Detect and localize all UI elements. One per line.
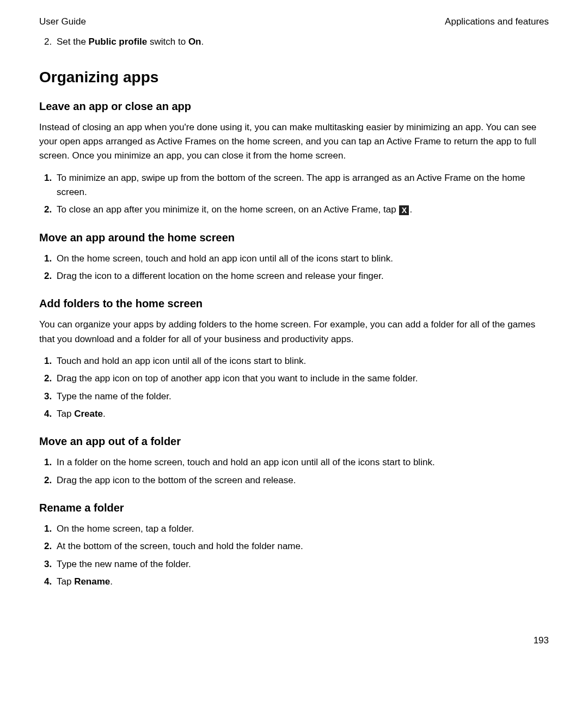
leave-app-step-2: To close an app after you minimize it, o…: [54, 203, 549, 217]
page: User Guide Applications and features Set…: [0, 0, 588, 706]
heading-move-out-folder: Move an app out of a folder: [39, 435, 549, 448]
intro-step-2: Set the Public profile switch to On.: [54, 35, 549, 49]
rename-step-4: Tap Rename.: [54, 575, 549, 589]
close-icon: X: [399, 205, 409, 215]
intro-text-pre: Set the: [57, 36, 89, 47]
move-out-step-2: Drag the app icon to the bottom of the s…: [54, 473, 549, 488]
leave-app-step-2-post: .: [409, 204, 412, 215]
steps-leave-app: To minimize an app, swipe up from the bo…: [39, 171, 549, 217]
rename-step-1: On the home screen, tap a folder.: [54, 522, 549, 536]
heading-organizing-apps: Organizing apps: [39, 69, 549, 86]
heading-leave-app: Leave an app or close an app: [39, 100, 549, 113]
page-header: User Guide Applications and features: [39, 16, 549, 27]
leave-app-step-1: To minimize an app, swipe up from the bo…: [54, 171, 549, 200]
add-folders-step-4-pre: Tap: [57, 409, 74, 419]
intro-bold-2: On: [188, 36, 201, 47]
add-folders-step-4: Tap Create.: [54, 407, 549, 421]
heading-add-folders: Add folders to the home screen: [39, 297, 549, 310]
add-folders-step-1: Touch and hold an app icon until all of …: [54, 354, 549, 368]
steps-move-app: On the home screen, touch and hold an ap…: [39, 252, 549, 284]
steps-add-folders: Touch and hold an app icon until all of …: [39, 354, 549, 421]
move-out-step-1: In a folder on the home screen, touch an…: [54, 455, 549, 470]
header-right: Applications and features: [445, 16, 549, 27]
para-add-folders: You can organize your apps by adding fol…: [39, 318, 549, 346]
add-folders-step-4-post: .: [103, 409, 106, 419]
leave-app-step-2-pre: To close an app after you minimize it, o…: [57, 204, 399, 215]
add-folders-step-4-bold: Create: [74, 409, 103, 419]
rename-step-4-pre: Tap: [57, 576, 74, 587]
add-folders-step-3: Type the name of the folder.: [54, 389, 549, 404]
header-left: User Guide: [39, 16, 86, 27]
intro-bold-1: Public profile: [89, 36, 148, 47]
rename-step-2: At the bottom of the screen, touch and h…: [54, 539, 549, 553]
move-app-step-1: On the home screen, touch and hold an ap…: [54, 252, 549, 266]
intro-text-post: .: [201, 36, 204, 47]
steps-rename-folder: On the home screen, tap a folder. At the…: [39, 522, 549, 589]
move-app-step-2: Drag the icon to a different location on…: [54, 269, 549, 283]
heading-rename-folder: Rename a folder: [39, 502, 549, 514]
rename-step-3: Type the new name of the folder.: [54, 557, 549, 571]
add-folders-step-2: Drag the app icon on top of another app …: [54, 372, 549, 386]
rename-step-4-bold: Rename: [74, 576, 110, 587]
intro-text-mid: switch to: [147, 36, 188, 47]
steps-move-out-folder: In a folder on the home screen, touch an…: [39, 455, 549, 488]
para-leave-app: Instead of closing an app when you're do…: [39, 120, 549, 163]
heading-move-app: Move an app around the home screen: [39, 232, 549, 244]
page-number: 193: [534, 635, 549, 646]
intro-continued-list: Set the Public profile switch to On.: [39, 35, 549, 49]
rename-step-4-post: .: [110, 576, 113, 587]
